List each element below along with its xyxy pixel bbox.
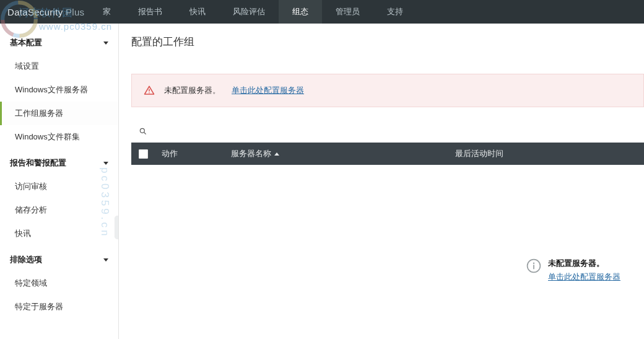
nav-admin[interactable]: 管理员: [322, 0, 373, 24]
sidebar-item-wincluster[interactable]: Windows文件群集: [0, 125, 118, 149]
brand: DataSecurity Plus: [5, 7, 89, 17]
sort-asc-icon: [274, 152, 279, 156]
brand-name: DataSecurity: [7, 7, 63, 17]
sidebar-item-exclude-domain[interactable]: 特定领域: [0, 271, 118, 295]
alert-message: 未配置服务器。: [164, 85, 220, 96]
table-search-row: [131, 125, 644, 143]
empty-title: 未配置服务器。: [548, 258, 620, 269]
sidebar-section-report[interactable]: 报告和警报配置: [0, 149, 118, 175]
nav-support[interactable]: 支持: [373, 0, 417, 24]
empty-state: 未配置服务器。 单击此处配置服务器: [526, 258, 620, 283]
alert-configure-link[interactable]: 单击此处配置服务器: [232, 85, 304, 96]
column-last-activity[interactable]: 最后活动时间: [455, 148, 503, 159]
sidebar-item-winfs[interactable]: Windows文件服务器: [0, 78, 118, 102]
sidebar-section-basic-label: 基本配置: [10, 37, 42, 48]
main-content: 配置的工作组 未配置服务器。 单击此处配置服务器: [119, 24, 644, 339]
sidebar-section-basic[interactable]: 基本配置: [0, 29, 118, 55]
nav-home[interactable]: 家: [89, 0, 124, 24]
column-action: 动作: [162, 148, 217, 159]
select-all-checkbox[interactable]: [139, 149, 148, 159]
chevron-down-icon: [103, 258, 108, 262]
warning-icon: [143, 84, 155, 97]
column-server-name[interactable]: 服务器名称: [231, 148, 442, 159]
brand-suffix: Plus: [66, 7, 84, 17]
svg-point-4: [149, 92, 150, 94]
sidebar-item-news[interactable]: 快讯: [0, 222, 118, 245]
sidebar-section-exclude-label: 排除选项: [10, 254, 42, 265]
nav-risk[interactable]: 风险评估: [219, 0, 279, 24]
chevron-down-icon: [103, 42, 108, 45]
sidebar-item-domain[interactable]: 域设置: [0, 55, 118, 78]
sidebar-item-storage[interactable]: 储存分析: [0, 198, 118, 222]
sidebar-section-report-label: 报告和警报配置: [10, 157, 66, 169]
sidebar-item-audit[interactable]: 访问审核: [0, 175, 118, 198]
table-header: 动作 服务器名称 最后活动时间: [131, 143, 644, 165]
alert-banner: 未配置服务器。 单击此处配置服务器: [131, 74, 644, 107]
sidebar-section-exclude[interactable]: 排除选项: [0, 245, 118, 271]
search-icon[interactable]: [139, 127, 147, 136]
sidebar-item-workgroup[interactable]: 工作组服务器: [0, 102, 118, 125]
svg-point-5: [140, 128, 144, 133]
info-icon: [526, 258, 542, 274]
nav-config[interactable]: 组态: [279, 0, 322, 24]
nav-report[interactable]: 报告书: [124, 0, 176, 24]
svg-point-8: [533, 262, 534, 263]
column-server-name-label: 服务器名称: [231, 148, 271, 159]
sidebar-item-exclude-server[interactable]: 特定于服务器: [0, 295, 118, 319]
sidebar-resize-handle[interactable]: [115, 216, 119, 239]
svg-line-6: [144, 133, 146, 134]
page-title: 配置的工作组: [131, 35, 644, 49]
empty-configure-link[interactable]: 单击此处配置服务器: [548, 272, 620, 281]
chevron-down-icon: [103, 162, 108, 165]
top-nav: DataSecurity Plus 家 报告书 快讯 风险评估 组态 管理员 支…: [0, 0, 644, 24]
nav-news[interactable]: 快讯: [176, 0, 219, 24]
sidebar: 基本配置 域设置 Windows文件服务器 工作组服务器 Windows文件群集…: [0, 24, 119, 339]
